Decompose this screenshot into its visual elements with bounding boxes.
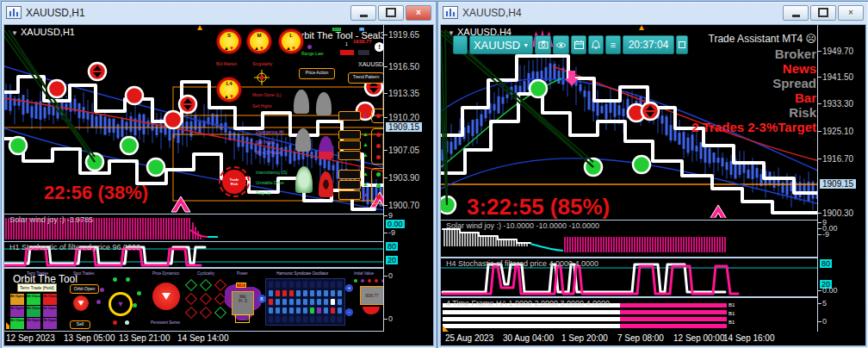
oscillator-cell	[330, 307, 336, 314]
intermittency-label: Intermittency (S)	[256, 171, 288, 176]
section-power: Power	[237, 271, 248, 276]
oscillator-cell	[295, 281, 301, 289]
status-dot	[375, 279, 378, 283]
close-button[interactable]: ×	[838, 5, 864, 21]
oscillator-cell	[295, 298, 301, 306]
mini-order-button[interactable]	[338, 111, 361, 121]
power-mode-box[interactable]: MidFr -3	[232, 291, 254, 315]
unstable-drive-label: Unstable Drive	[256, 181, 284, 186]
oscillator-left-knob[interactable]: B	[257, 295, 266, 303]
assistant-title: Trade Assistant MT4 ☹	[441, 32, 816, 47]
chart-area-h1[interactable]: ▲ ▼ XAUUSD,H1 ▲ Orbit The Tool - Seal3 ☹…	[4, 25, 433, 345]
oscillator-cell	[316, 281, 322, 289]
minimize-button[interactable]	[783, 5, 809, 21]
up-arrow-icon: ▲	[363, 191, 369, 197]
header-green-badge: 10.9	[332, 28, 341, 31]
signal-badge-l[interactable]: L▲▼	[279, 29, 303, 53]
oscillator-cell	[323, 307, 329, 314]
bid-market-label: Bid Market	[216, 62, 237, 67]
indicator-subwindow-stochastic[interactable]: H1 Stochastic of filtered price 96.0000	[4, 241, 384, 268]
signal-badge-m[interactable]: M▲▼	[247, 29, 271, 53]
oscillator-cell	[302, 315, 308, 323]
price-action-button[interactable]: Price Action	[299, 68, 335, 79]
oscillator-cell	[275, 281, 281, 289]
divergence-label: Divergence (#)	[256, 130, 284, 135]
oscillator-cell	[268, 315, 274, 323]
cyclicality-icon	[200, 307, 212, 319]
candle-countdown: 3:22:55 (85%)	[467, 194, 610, 221]
assistant-item-broker[interactable]: Broker	[441, 47, 816, 61]
mini-order-button[interactable]	[338, 180, 361, 190]
chart-window-h1: XAUUSD,H1 × ▲ ▼ XAUUSD,H1 ▲ Orbit The To…	[1, 1, 437, 348]
up-arrow-icon: ▲	[363, 171, 369, 177]
titlebar-h4[interactable]: XAUUSD,H4 ×	[438, 2, 868, 23]
ha-b1-label: B1	[728, 320, 735, 326]
oscillator-cell	[316, 289, 322, 297]
mini-order-button[interactable]	[338, 151, 361, 160]
indicator-subwindow-stochastic[interactable]: H4 Stochastic of filtered price 4.0000 4…	[441, 258, 820, 297]
oscillator-cell	[282, 307, 288, 314]
header-small-value: 1	[345, 42, 348, 47]
oscillator-cell	[288, 281, 294, 289]
indicator-subwindow-timeframe-ha[interactable]: 4 Time Frame HA 1.0000 2.0000 3.0000 4.0…	[441, 297, 820, 335]
assistant-item-spread[interactable]: Spread	[441, 76, 816, 90]
section-initial-value: Initial Value	[354, 271, 374, 276]
trade-risk-icon: TradeRisk	[222, 170, 246, 194]
oscillator-cell	[275, 289, 281, 297]
chart-symbol-label: ▼ XAUUSD,H1	[11, 27, 75, 38]
up-arrow-icon: ▲	[363, 112, 369, 118]
oscillator-cell	[282, 315, 288, 323]
oscillator-cell	[302, 289, 308, 297]
scroll-marker-icon: ▲	[195, 25, 204, 32]
oscillator-cell	[295, 307, 301, 314]
oscillator-cell	[316, 298, 322, 306]
assistant-item-2-trades-2-3-target[interactable]: 2 Trades 2-3%Target	[441, 120, 816, 134]
mini-order-button[interactable]	[338, 190, 361, 200]
minimize-button[interactable]	[350, 5, 376, 21]
indicator-label: H1 Stochastic of filtered price 96.0000	[9, 243, 140, 252]
assistant-item-news[interactable]: News	[441, 61, 816, 76]
close-button[interactable]: ×	[406, 5, 431, 21]
titlebar-h1[interactable]: XAUUSD,H1 ×	[2, 2, 436, 23]
initial-value-box[interactable]: 908.77	[360, 286, 384, 305]
restore-button[interactable]	[810, 5, 836, 21]
range-law-label: Range Law	[301, 52, 323, 57]
oscillator-cell	[309, 281, 315, 289]
signal-badge-s[interactable]: S▲▼	[217, 29, 241, 53]
cyclicality-icon	[185, 279, 197, 291]
oscillator-cell	[323, 281, 329, 289]
status-dot	[368, 279, 371, 283]
oscillator-cell	[309, 298, 315, 306]
oscillator-minus-button[interactable]: -	[345, 308, 353, 316]
oscillator-cell	[323, 315, 329, 323]
power-badge: 7.48	[236, 283, 246, 288]
assistant-item-risk[interactable]: Risk	[441, 105, 816, 120]
oscillator-cell	[309, 315, 315, 323]
mini-order-button[interactable]	[338, 170, 361, 179]
oscillator-cell	[337, 281, 343, 289]
oscillator-cell	[337, 315, 343, 323]
oscillator-plus-button[interactable]: +	[345, 284, 353, 292]
oscillator-cell	[337, 307, 343, 314]
header-dark-chip	[358, 50, 369, 55]
oscillator-cell	[330, 289, 336, 297]
current-price-badge: 1909.15	[820, 179, 856, 189]
trade-assistant-menu: Trade Assistant MT4 ☹ BrokerNewsSpreadBa…	[441, 32, 816, 134]
crosshair-icon	[254, 70, 270, 85]
restore-button[interactable]	[378, 5, 404, 21]
oscillator-cell	[316, 307, 322, 314]
assistant-item-bar[interactable]: Bar	[441, 90, 816, 105]
oscillator-cell	[282, 281, 288, 289]
trend-pattern-button[interactable]: Trend Pattern	[348, 72, 384, 84]
indicator-label: Solar wind joy :) -10.0000 -10.0000 -10.…	[446, 221, 599, 230]
indicator-subwindow-solar-wind[interactable]: Solar wind joy :) -3.9785	[4, 214, 384, 242]
mini-order-button[interactable]	[338, 130, 361, 140]
indicator-subwindow-solar-wind[interactable]: Solar wind joy :) -10.0000 -10.0000 -10.…	[441, 220, 820, 258]
chart-area-h4[interactable]: ▲ ▼ XAUUSD,H4 XAUUSD▼ ≡ 20:37:04 Trade A…	[441, 25, 865, 345]
mini-order-button[interactable]	[338, 140, 361, 150]
signal-badge-l4[interactable]: L4▲▼	[217, 78, 241, 102]
header-red-value: 1930.77	[353, 39, 372, 45]
oscillator-cell	[302, 307, 308, 314]
oscillator-cell	[323, 298, 329, 306]
oscillator-cell	[316, 315, 322, 323]
